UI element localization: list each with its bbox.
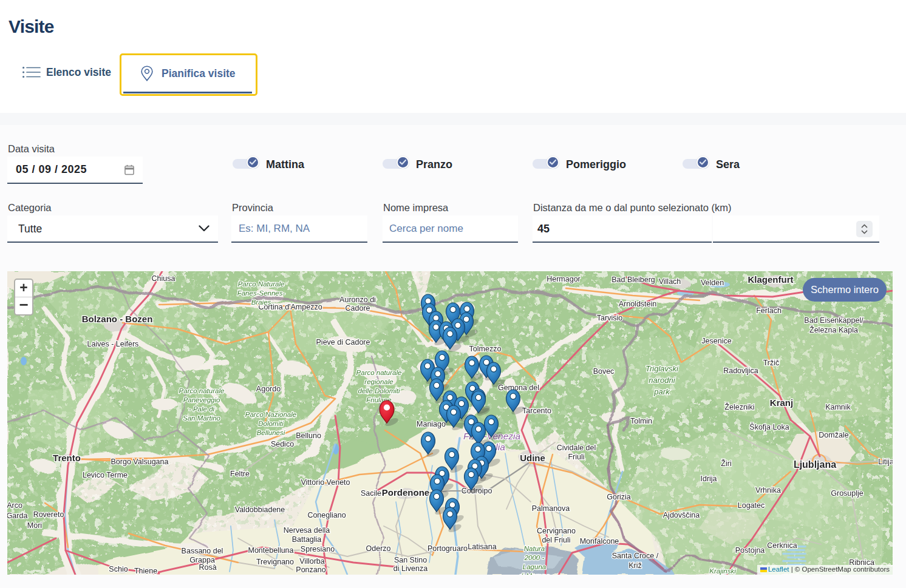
svg-text:Bad Eisenkappel/: Bad Eisenkappel/ [804, 316, 863, 325]
svg-text:regionale: regionale [364, 378, 393, 385]
svg-text:narodni: narodni [649, 376, 675, 385]
svg-text:Trevignano: Trevignano [256, 558, 294, 566]
svg-text:Valdobbiadene: Valdobbiadene [235, 505, 285, 514]
svg-text:Rovereto: Rovereto [33, 510, 64, 519]
svg-text:Parco naturale: Parco naturale [179, 387, 225, 394]
svg-text:Auronzo di: Auronzo di [339, 296, 376, 304]
svg-text:Laives - Leifers: Laives - Leifers [87, 340, 139, 348]
svg-text:Železniki: Železniki [724, 402, 754, 411]
svg-text:Garda: Garda [7, 512, 27, 520]
svg-text:Santa Croce /: Santa Croce / [612, 552, 659, 560]
svg-text:Bolzano - Bozen: Bolzano - Bozen [82, 314, 153, 324]
svg-text:Vrhnika: Vrhnika [755, 486, 781, 495]
svg-text:del Friuli: del Friuli [542, 536, 570, 544]
svg-text:Bovec: Bovec [593, 367, 615, 376]
svg-text:Trento: Trento [53, 453, 81, 463]
svg-text:Ljubljana: Ljubljana [794, 459, 836, 470]
svg-text:Dolomiti: Dolomiti [258, 420, 284, 427]
svg-text:Gemona del: Gemona del [498, 384, 539, 392]
svg-text:Logatec: Logatec [738, 501, 765, 510]
svg-text:Hermagor: Hermagor [547, 275, 581, 283]
svg-text:Sedico: Sedico [271, 440, 294, 448]
svg-text:Schio: Schio [109, 565, 128, 573]
svg-text:Sacile: Sacile [361, 489, 381, 498]
svg-text:Villorba: Villorba [299, 557, 325, 566]
svg-text:Parco Naturale: Parco Naturale [238, 280, 285, 288]
svg-text:Bellunesi: Bellunesi [257, 429, 285, 436]
svg-text:Krajinski: Krajinski [709, 567, 736, 575]
svg-text:Thiene: Thiene [134, 567, 157, 575]
svg-text:Gorizia: Gorizia [607, 493, 631, 501]
svg-text:San Martino: San Martino [183, 414, 221, 422]
svg-text:Battaglia: Battaglia [292, 535, 322, 544]
svg-text:Agordo: Agordo [256, 385, 281, 393]
svg-text:Conegliano: Conegliano [307, 511, 346, 519]
svg-text:Ferlach: Ferlach [756, 306, 782, 315]
svg-text:Triglavski: Triglavski [645, 364, 679, 373]
svg-text:Škofja Loka: Škofja Loka [749, 422, 789, 431]
svg-text:Udine: Udine [520, 453, 545, 463]
svg-text:Levico Terme: Levico Terme [83, 471, 128, 479]
svg-text:Latisana: Latisana [468, 542, 496, 551]
svg-text:Montebelluna: Montebelluna [248, 546, 293, 555]
svg-text:Domžale: Domžale [819, 431, 848, 439]
svg-text:Kamnik: Kamnik [825, 403, 851, 411]
svg-text:Natura: Natura [524, 545, 545, 552]
svg-text:Cadore: Cadore [346, 304, 370, 313]
svg-text:Bad Bleiberg: Bad Bleiberg [611, 275, 655, 284]
svg-text:Belluno: Belluno [296, 431, 321, 440]
svg-text:Ajdovščina: Ajdovščina [663, 511, 700, 519]
svg-text:Pordenone: Pordenone [382, 487, 429, 498]
svg-text:Spresiano: Spresiano [301, 545, 335, 553]
svg-text:Paneveggio: Paneveggio [183, 396, 220, 404]
svg-text:Žiri: Žiri [721, 459, 731, 468]
svg-text:Tržič: Tržič [763, 359, 780, 367]
svg-text:Tolmin: Tolmin [630, 417, 652, 425]
svg-text:Parco naturale: Parco naturale [356, 369, 402, 376]
svg-text:Tolmezzo: Tolmezzo [469, 345, 502, 353]
svg-text:Radovljica: Radovljica [723, 367, 758, 375]
svg-text:Maniago: Maniago [417, 420, 446, 428]
svg-text:park: park [653, 387, 670, 396]
svg-text:Villach: Villach [659, 277, 681, 286]
svg-text:Tarvisio: Tarvisio [597, 314, 622, 322]
svg-text:Parco Nazionale: Parco Nazionale [245, 411, 296, 418]
svg-text:Idrija: Idrija [700, 475, 717, 483]
svg-text:Bassano del: Bassano del [182, 547, 223, 555]
svg-text:Pieve di Cadore: Pieve di Cadore [316, 338, 370, 346]
svg-text:Monfalcone: Monfalcone [580, 537, 619, 546]
svg-text:Portogruaro: Portogruaro [427, 544, 468, 553]
svg-text:Palmanova: Palmanova [532, 504, 570, 513]
svg-text:di Marano: di Marano [519, 572, 550, 575]
svg-text:Velden: Velden [701, 279, 724, 287]
svg-text:delle Dolomiti: delle Dolomiti [358, 387, 400, 394]
svg-text:Cerknica: Cerknica [767, 541, 797, 550]
svg-text:Grosuplje: Grosuplje [831, 489, 863, 498]
svg-text:Železna Kapla: Železna Kapla [809, 325, 858, 334]
svg-text:2000 -: 2000 - [524, 554, 545, 561]
svg-text:Oderzo: Oderzo [366, 544, 391, 553]
svg-text:Postojna: Postojna [735, 546, 765, 555]
svg-text:Fanes-Sennes-: Fanes-Sennes- [237, 289, 285, 297]
svg-text:Jesenice: Jesenice [701, 337, 731, 345]
svg-text:Friuli: Friuli [568, 453, 584, 461]
svg-text:Arco: Arco [7, 501, 22, 510]
svg-text:San Stino: San Stino [394, 556, 427, 564]
svg-text:Nervesa della: Nervesa della [284, 526, 330, 535]
svg-text:Cervignano: Cervignano [537, 527, 576, 535]
svg-text:Laguna: Laguna [523, 563, 546, 570]
svg-text:Chiusa: Chiusa [152, 274, 175, 283]
svg-text:Borgo Valsugana: Borgo Valsugana [111, 458, 169, 466]
svg-text:Arnoldstein: Arnoldstein [619, 300, 657, 308]
svg-text:di Livenza: di Livenza [393, 564, 427, 573]
svg-text:Feltre: Feltre [230, 470, 250, 478]
svg-text:Braies: Braies [251, 299, 271, 306]
svg-text:Klagenfurt: Klagenfurt [748, 274, 794, 285]
svg-text:Cividale del: Cividale del [557, 444, 596, 452]
svg-text:Vittorio Veneto: Vittorio Veneto [301, 478, 350, 487]
svg-text:- Pale di: - Pale di [189, 405, 215, 413]
svg-text:Ponzano: Ponzano [296, 566, 325, 574]
svg-text:Rosà: Rosà [199, 563, 216, 572]
svg-text:Tarcento: Tarcento [522, 407, 551, 415]
svg-text:Kranj: Kranj [770, 397, 793, 408]
